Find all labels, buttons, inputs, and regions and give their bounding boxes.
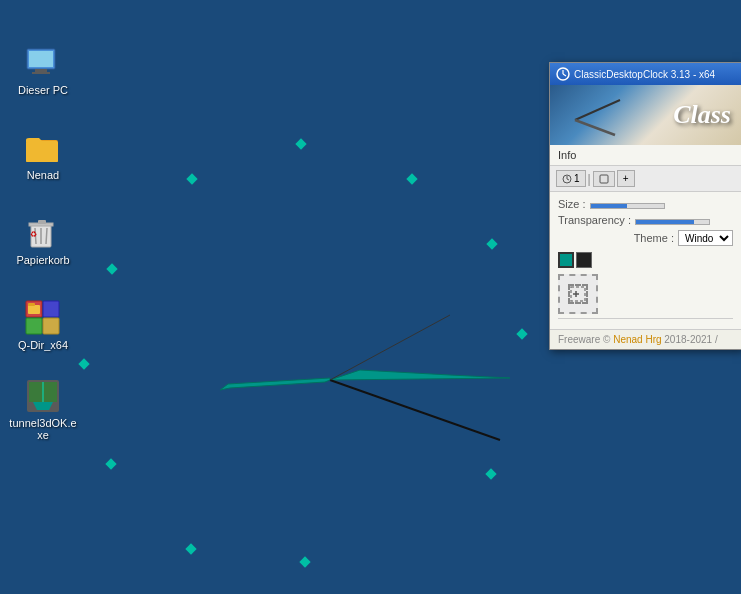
svg-rect-35 [600,175,608,183]
swatch-dark[interactable] [576,252,592,268]
theme-select[interactable]: Windo Classic Modern [678,230,733,246]
clock-icon-tab [599,174,609,184]
transparency-slider[interactable] [635,219,710,225]
clock-small-icon [562,174,572,184]
desktop-clock-display [130,300,530,460]
desktop-icon-nenad[interactable]: Nenad [8,130,78,181]
theme-setting-row: Theme : Windo Classic Modern [558,230,733,246]
svg-rect-1 [29,51,53,67]
recycle-bin-icon: ♻ [25,215,61,251]
svg-rect-5 [26,142,58,162]
computer-icon [25,45,61,81]
desktop-icon-label-dieser-pc: Dieser PC [18,84,68,96]
selection-icon [570,286,586,302]
footer-author-name: Nenad Hrg [613,334,661,345]
svg-rect-3 [32,72,50,74]
decorative-dot [299,556,310,567]
desktop-icon-qdir[interactable]: Q-Dir_x64 [8,300,78,351]
info-bar: Info [550,145,741,166]
svg-line-34 [567,179,569,180]
svg-rect-18 [28,303,35,306]
folder-icon [25,130,61,166]
svg-rect-17 [28,305,40,314]
tab-separator: | [588,172,591,186]
transparency-label: Transparency : [558,214,631,226]
exe-icon [25,378,61,414]
app-footer: Freeware © Nenad Hrg 2018-2021 / [550,329,741,349]
app-title-text: ClassicDesktopClock 3.13 - x64 [574,69,715,80]
tab-add-button[interactable]: + [617,170,635,187]
desktop-icon-tunnel[interactable]: tunnel3dOK.exe [8,378,78,441]
header-app-name: Class [673,100,731,130]
selection-preview-inner [568,284,588,304]
tab-clock-icon-button[interactable] [593,171,615,187]
svg-marker-24 [220,378,330,390]
svg-line-11 [46,228,47,244]
svg-line-25 [330,380,500,440]
desktop-icon-label-tunnel: tunnel3dOK.exe [8,417,78,441]
desktop-icon-papierkorb[interactable]: ♻ Papierkorb [8,215,78,266]
app-title-icon [556,67,570,81]
svg-rect-16 [43,318,59,334]
svg-rect-14 [43,301,59,317]
tabs-row: 1 | + [550,166,741,192]
size-label: Size : [558,198,586,210]
svg-rect-8 [38,220,46,224]
settings-area: Size : Transparency : Theme : Windo Clas… [550,192,741,329]
color-swatches-row [558,252,733,268]
footer-copyright: Freeware © [558,334,613,345]
swatch-teal[interactable] [558,252,574,268]
svg-marker-23 [330,370,510,380]
svg-line-29 [563,74,566,76]
decorative-dot [78,358,89,369]
app-window: ClassicDesktopClock 3.13 - x64 Class Inf… [549,62,741,350]
svg-line-26 [330,315,450,380]
decorative-dot [186,173,197,184]
decorative-dot [516,328,527,339]
decorative-dot [295,138,306,149]
settings-divider [558,318,733,319]
header-clock-svg [555,90,625,145]
selection-preview-box [558,274,598,314]
transparency-setting-row: Transparency : [558,214,733,226]
app-header-image: Class [550,85,741,145]
desktop-icon-dieser-pc[interactable]: Dieser PC [8,45,78,96]
tab-1-label: 1 [574,173,580,184]
svg-line-31 [575,120,615,135]
title-bar: ClassicDesktopClock 3.13 - x64 [550,63,741,85]
decorative-dot [105,458,116,469]
footer-year: 2018-2021 / [662,334,718,345]
title-bar-left: ClassicDesktopClock 3.13 - x64 [556,67,715,81]
desktop-icon-label-qdir: Q-Dir_x64 [18,339,68,351]
tab-add-label: + [623,173,629,184]
svg-line-30 [575,100,620,120]
info-label: Info [558,149,576,161]
tab-1-button[interactable]: 1 [556,170,586,187]
decorative-dot [485,468,496,479]
desktop-icon-label-papierkorb: Papierkorb [16,254,69,266]
desktop-icon-label-nenad: Nenad [27,169,59,181]
size-setting-row: Size : [558,198,733,210]
decorative-dot [106,263,117,274]
theme-label: Theme : [634,232,674,244]
decorative-dot [406,173,417,184]
svg-rect-15 [26,318,42,334]
decorative-dot [185,543,196,554]
decorative-dot [486,238,497,249]
qdir-icon [25,300,61,336]
svg-text:♻: ♻ [30,230,37,239]
size-slider[interactable] [590,203,665,209]
